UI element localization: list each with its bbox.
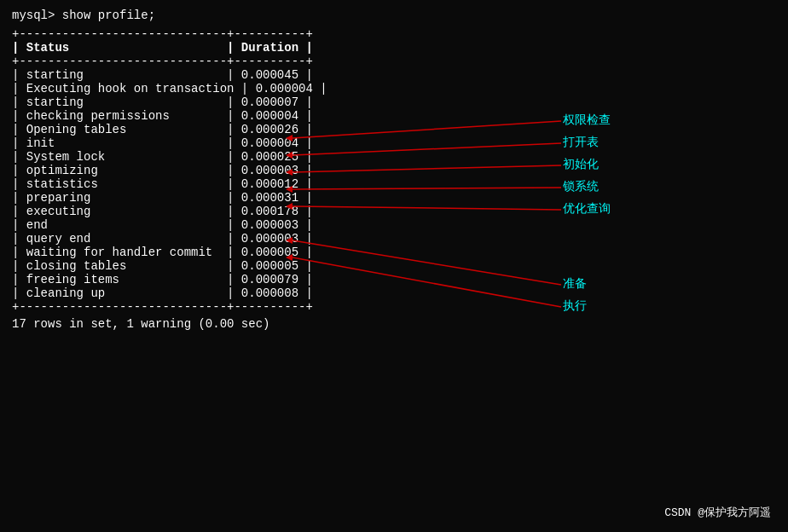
table-row: | query end | 0.000003 | [12, 232, 776, 246]
separator-mid: +-----------------------------+---------… [12, 55, 776, 68]
table-row: | executing | 0.000178 | [12, 205, 776, 218]
footer: 17 rows in set, 1 warning (0.00 sec) [12, 317, 776, 331]
table-row: | Executing hook on transaction | 0.0000… [12, 82, 776, 95]
table-row: | checking permissions | 0.000004 | [12, 109, 776, 123]
table-row: | waiting for handler commit | 0.000005 … [12, 246, 776, 259]
table-row: | init | 0.000004 | [12, 136, 776, 150]
table-row: | freeing items | 0.000079 | [12, 273, 776, 286]
annotation-zhunbei: 准备 [563, 276, 587, 292]
table-row: | starting | 0.000045 | [12, 68, 776, 82]
table-row: | statistics | 0.000012 | [12, 177, 776, 191]
table-header: | Status | Duration | [12, 41, 776, 55]
table-row: | closing tables | 0.000005 | [12, 259, 776, 273]
table-row: | cleaning up | 0.000008 | [12, 286, 776, 300]
table-row: | preparing | 0.000031 | [12, 191, 776, 205]
annotation-chushihua: 初始化 [563, 157, 599, 172]
annotation-xitong: 锁系统 [563, 179, 599, 194]
table-row: | starting | 0.000007 | [12, 95, 776, 109]
table-row: | optimizing | 0.000003 | [12, 164, 776, 177]
table-row: | System lock | 0.000025 | [12, 150, 776, 164]
annotation-dakabiao: 打开表 [563, 135, 599, 150]
terminal-container: mysql> show profile; +------------------… [0, 0, 788, 339]
annotation-quanxian: 权限检查 [563, 113, 611, 128]
separator-bottom: +-----------------------------+---------… [12, 300, 776, 314]
command-line: mysql> show profile; [12, 9, 776, 22]
annotation-youhua: 优化查询 [563, 201, 611, 217]
watermark: CSDN @保护我方阿遥 [664, 505, 771, 520]
separator-top: +-----------------------------+---------… [12, 27, 776, 41]
table-row: | Opening tables | 0.000026 | [12, 123, 776, 136]
annotation-zhixing: 执行 [563, 298, 587, 314]
table-body: | starting | 0.000045 || Executing hook … [12, 68, 776, 300]
table-row: | end | 0.000003 | [12, 218, 776, 232]
